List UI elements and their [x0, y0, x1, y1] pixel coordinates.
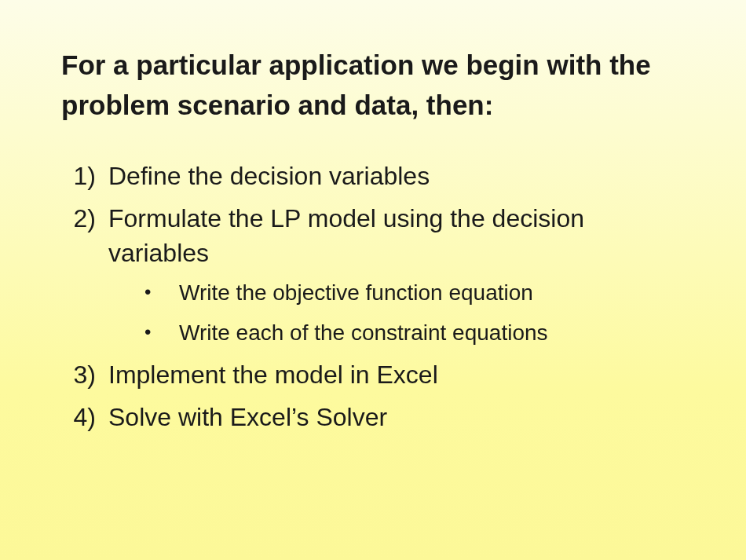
sub-list: Write the objective function equation Wr…	[108, 278, 685, 348]
list-item: Implement the model in Excel	[61, 357, 685, 392]
sub-list-item-text: Write each of the constraint equations	[179, 320, 548, 345]
slide-title: For a particular application we begin wi…	[61, 46, 685, 126]
sub-list-item: Write the objective function equation	[144, 278, 685, 309]
list-item: Formulate the LP model using the decisio…	[61, 201, 685, 349]
list-item: Solve with Excel’s Solver	[61, 400, 685, 434]
list-item-text: Solve with Excel’s Solver	[108, 403, 387, 431]
numbered-list: Define the decision variables Formulate …	[61, 159, 685, 435]
list-item-text: Implement the model in Excel	[108, 361, 438, 389]
list-item: Define the decision variables	[61, 159, 685, 193]
sub-list-item-text: Write the objective function equation	[179, 280, 533, 305]
sub-list-item: Write each of the constraint equations	[144, 318, 685, 349]
list-item-text: Define the decision variables	[108, 162, 430, 190]
list-item-text: Formulate the LP model using the decisio…	[108, 204, 584, 267]
